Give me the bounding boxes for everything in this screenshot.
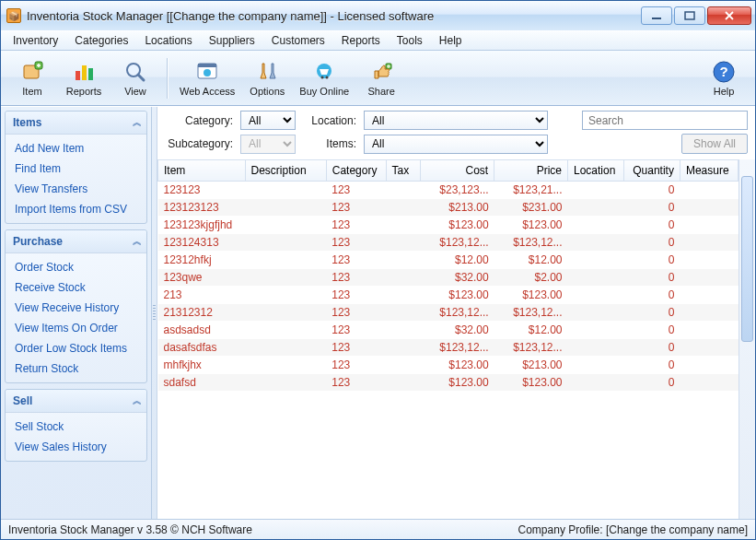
menu-reports[interactable]: Reports — [333, 31, 389, 50]
table-row[interactable]: 123123kjgfjhd123$123.00$123.000 — [158, 217, 739, 234]
cell-loc — [568, 269, 624, 287]
panel-sell: Sell︽Sell StockView Sales History — [5, 389, 147, 462]
col-cost[interactable]: Cost — [421, 160, 494, 182]
col-item[interactable]: Item — [158, 160, 246, 182]
svg-point-13 — [326, 76, 329, 79]
cell-loc — [568, 287, 624, 304]
link-view-transfers[interactable]: View Transfers — [7, 179, 145, 199]
location-select[interactable]: All — [364, 111, 548, 130]
cell-cat: 123 — [326, 304, 386, 322]
subcategory-label: Subcategory: — [165, 137, 233, 150]
link-order-stock[interactable]: Order Stock — [7, 257, 145, 277]
cell-desc — [245, 217, 326, 234]
panel-head-purchase[interactable]: Purchase︽ — [6, 230, 146, 253]
menu-inventory[interactable]: Inventory — [5, 31, 66, 50]
panel-head-items[interactable]: Items︽ — [6, 112, 146, 135]
panel-head-sell[interactable]: Sell︽ — [6, 390, 146, 413]
cell-qty: 0 — [624, 217, 680, 234]
table-row[interactable]: sdafsd123$123.00$123.000 — [158, 374, 739, 392]
link-view-receive-history[interactable]: View Receive History — [7, 298, 145, 318]
table-row[interactable]: 123123123123$213.00$231.000 — [158, 199, 739, 217]
col-category[interactable]: Category — [326, 160, 386, 182]
table-row[interactable]: 213123$123.00$123.000 — [158, 287, 739, 304]
vertical-scrollbar[interactable] — [739, 159, 755, 519]
location-label: Location: — [303, 114, 356, 127]
toolbar-share[interactable]: Share — [355, 53, 407, 103]
menu-help[interactable]: Help — [431, 31, 471, 50]
svg-rect-4 — [76, 71, 80, 80]
splitter[interactable] — [152, 107, 157, 519]
cell-item: sdafsd — [158, 374, 246, 392]
link-return-stock[interactable]: Return Stock — [7, 358, 145, 379]
table-row[interactable]: asdsadsd123$32.00$12.000 — [158, 322, 739, 339]
cell-tax — [386, 199, 421, 217]
cell-meas — [680, 357, 738, 374]
link-sell-stock[interactable]: Sell Stock — [7, 417, 145, 437]
table-row[interactable]: 123123123$23,123...$123,21...0 — [158, 182, 739, 199]
menu-suppliers[interactable]: Suppliers — [201, 31, 263, 50]
toolbar-separator — [167, 58, 168, 99]
table-row[interactable]: 123124313123$123,12...$123,12...0 — [158, 234, 739, 252]
maximize-button[interactable] — [674, 6, 705, 25]
menu-tools[interactable]: Tools — [389, 31, 431, 50]
cell-cat: 123 — [326, 252, 386, 269]
toolbar-buy-online[interactable]: Buy Online — [293, 53, 355, 103]
cell-loc — [568, 252, 624, 269]
svg-rect-0 — [652, 18, 661, 19]
svg-rect-5 — [82, 65, 87, 80]
menu-categories[interactable]: Categories — [66, 31, 136, 50]
search-input[interactable] — [582, 111, 748, 130]
toolbar-options-label: Options — [250, 86, 285, 97]
toolbar-reports[interactable]: Reports — [58, 53, 110, 103]
cell-loc — [568, 357, 624, 374]
col-quantity[interactable]: Quantity — [624, 160, 680, 182]
link-receive-stock[interactable]: Receive Stock — [7, 277, 145, 298]
link-order-low-stock-items[interactable]: Order Low Stock Items — [7, 338, 145, 358]
table-row[interactable]: 123qwe123$32.00$2.000 — [158, 269, 739, 287]
col-description[interactable]: Description — [245, 160, 326, 182]
tools-icon — [254, 59, 280, 85]
table-row[interactable]: 21312312123$123,12...$123,12...0 — [158, 304, 739, 322]
menu-locations[interactable]: Locations — [136, 31, 200, 50]
link-find-item[interactable]: Find Item — [7, 158, 145, 179]
filter-bar: Category: All Location: All Subcategory:… — [157, 107, 755, 159]
items-select[interactable]: All — [364, 135, 548, 154]
cell-price: $123,12... — [494, 304, 568, 322]
toolbar-help[interactable]: ? Help — [698, 53, 750, 103]
col-price[interactable]: Price — [494, 160, 568, 182]
close-button[interactable] — [707, 6, 751, 25]
cell-tax — [386, 357, 421, 374]
link-view-sales-history[interactable]: View Sales History — [7, 437, 145, 457]
cell-desc — [245, 182, 326, 199]
cell-meas — [680, 287, 738, 304]
chevron-up-icon: ︽ — [133, 235, 139, 248]
category-select[interactable]: All — [240, 111, 296, 130]
toolbar-item[interactable]: Item — [6, 53, 58, 103]
menu-customers[interactable]: Customers — [263, 31, 333, 50]
toolbar-web-access[interactable]: Web Access — [173, 53, 241, 103]
cell-cost: $123,12... — [421, 339, 494, 357]
minimize-button[interactable] — [641, 6, 672, 25]
cell-loc — [568, 217, 624, 234]
cell-meas — [680, 182, 738, 199]
col-measure[interactable]: Measure — [680, 160, 738, 182]
toolbar-view[interactable]: View — [110, 53, 161, 103]
toolbar-options[interactable]: Options — [241, 53, 293, 103]
toolbar-web-access-label: Web Access — [180, 86, 235, 97]
titlebar[interactable]: 📦 Inventoria Stock Manager [[Change the … — [1, 1, 755, 30]
cell-price: $2.00 — [494, 269, 568, 287]
cell-tax — [386, 339, 421, 357]
table-row[interactable]: mhfkjhx123$123.00$213.000 — [158, 357, 739, 374]
table-row[interactable]: 12312hfkj123$12.00$12.000 — [158, 252, 739, 269]
data-grid[interactable]: ItemDescriptionCategoryTaxCostPriceLocat… — [157, 159, 739, 519]
chevron-up-icon: ︽ — [133, 116, 139, 129]
table-row[interactable]: dasafsdfas123$123,12...$123,12...0 — [158, 339, 739, 357]
link-import-items-from-csv[interactable]: Import Items from CSV — [7, 199, 145, 219]
col-location[interactable]: Location — [568, 160, 624, 182]
cell-cat: 123 — [326, 182, 386, 199]
link-view-items-on-order[interactable]: View Items On Order — [7, 318, 145, 338]
app-window: 📦 Inventoria Stock Manager [[Change the … — [0, 0, 756, 540]
link-add-new-item[interactable]: Add New Item — [7, 138, 145, 158]
col-tax[interactable]: Tax — [386, 160, 421, 182]
scrollbar-thumb[interactable] — [741, 176, 753, 342]
